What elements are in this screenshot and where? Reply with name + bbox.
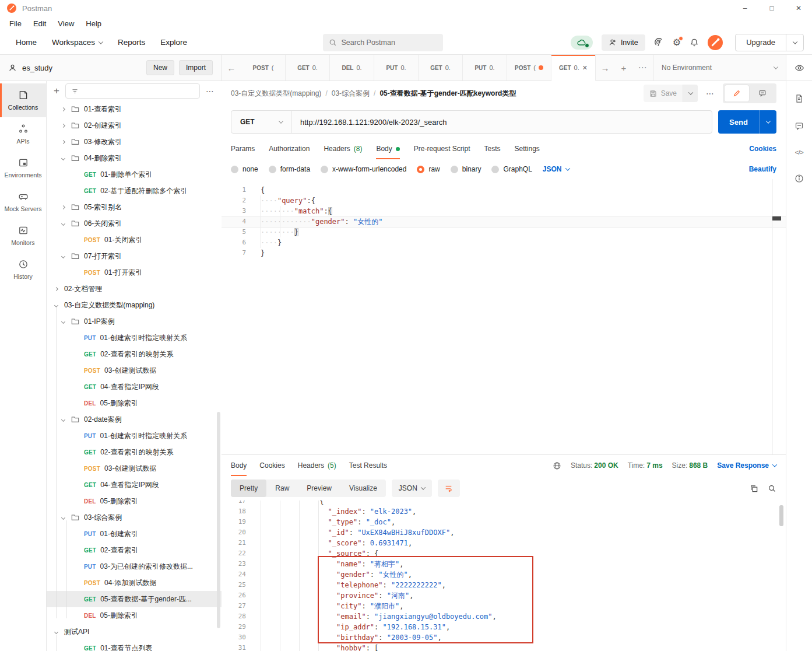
globe-icon[interactable] [553,461,561,470]
tree-scrollbar[interactable] [217,412,220,628]
filter-input[interactable] [65,83,200,99]
tree-chevron-icon[interactable] [61,319,65,323]
tree-row[interactable]: 04-删除索引 [47,150,222,166]
response-view-tab[interactable]: Raw [266,480,298,497]
nav-item[interactable]: Reports [110,34,153,50]
breadcrumb-part[interactable]: 03-自定义数据类型(mapping) [231,89,321,99]
invite-button[interactable]: Invite [602,34,645,51]
tree-row[interactable]: 03-综合案例 [47,509,222,526]
tree-more-icon[interactable]: ⋯ [206,86,215,96]
tree-row[interactable]: GET 05-查看数据-基于gender-匹... [47,591,222,607]
tree-chevron-icon[interactable] [61,123,65,127]
request-subtab[interactable]: Params [231,138,255,159]
tree-row[interactable]: 02-文档管理 [47,281,222,297]
response-tab[interactable]: Headers (5) [298,455,336,476]
upgrade-button[interactable]: Upgrade [736,34,786,51]
tree-row[interactable]: 03-自定义数据类型(mapping) [47,297,222,313]
tree-row[interactable]: 02-date案例 [47,411,222,428]
sidebar-item-apis[interactable]: APIs [0,117,46,151]
menu-item[interactable]: Help [80,19,107,28]
code-snippet-icon[interactable]: </> [795,149,803,156]
request-title[interactable]: 05-查看数据-基于gender-匹配keyword类型 [379,89,516,99]
edit-pencil-button[interactable] [725,85,749,102]
global-search-input[interactable]: Search Postman [323,34,443,51]
tree-row[interactable]: 01-IP案例 [47,313,222,330]
tree-row[interactable]: POST 04-添加测试数据 [47,575,222,591]
request-tab[interactable]: DEL 0. ✕ [330,55,374,80]
request-tab[interactable]: GET 0. ✕ [286,55,330,80]
cookies-link[interactable]: Cookies [749,145,776,153]
tree-row[interactable]: GET 02-查看索引的映射关系 [47,444,222,460]
response-view-tab[interactable]: Pretty [231,480,266,497]
request-tab[interactable]: GET 0. ✕ [551,55,596,81]
tree-row[interactable]: PUT 01-创建索引 [47,526,222,542]
tree-chevron-icon[interactable] [61,417,65,421]
nav-item[interactable]: Workspaces [44,34,110,50]
tree-row[interactable]: PUT 01-创建索引时指定映射关系 [47,330,222,346]
tree-row[interactable]: GET 01-查看节点列表 [47,640,222,651]
tabs-back-icon[interactable]: ← [222,55,241,80]
request-subtab[interactable]: Headers (8) [324,138,362,159]
tabs-more-icon[interactable]: ⋯ [633,55,652,80]
response-view-tab[interactable]: Visualize [340,480,386,497]
notifications-bell-icon[interactable] [690,38,699,47]
tree-row[interactable]: POST 01-打开索引 [47,264,222,281]
tree-chevron-icon[interactable] [61,205,65,209]
send-options-chevron[interactable] [759,110,776,134]
request-tab[interactable]: PUT 0. ✕ [374,55,419,80]
request-subtab[interactable]: Pre-request Script [414,138,470,159]
tree-row[interactable]: 01-查看索引 [47,101,222,117]
tree-row[interactable]: 测试API [47,624,222,640]
response-view-tab[interactable]: Preview [298,480,340,497]
tree-row[interactable]: GET 02-查看索引 [47,542,222,558]
close-window-button[interactable]: ✕ [785,0,812,16]
response-tab[interactable]: Body [231,455,247,476]
minimize-button[interactable]: – [732,0,758,16]
response-format-select[interactable]: JSON [392,480,432,497]
request-subtab[interactable]: Body [376,138,399,159]
request-subtab[interactable]: Settings [515,138,540,159]
save-options-chevron[interactable] [683,85,698,102]
environment-quick-look[interactable] [786,55,812,81]
sync-status-button[interactable] [571,36,593,50]
request-tab[interactable]: PUT 0. ✕ [463,55,507,80]
tree-chevron-icon[interactable] [61,107,65,111]
body-type-radio[interactable]: binary [451,165,481,173]
tree-row[interactable]: GET 04-查看指定IP网段 [47,477,222,493]
sidebar-item-collections[interactable]: Collections [0,83,46,117]
response-body-viewer[interactable]: 17 {18 "_index": "elk-2023",19 "_type": … [222,501,786,651]
sidebar-item-history[interactable]: History [0,253,46,286]
request-tab[interactable]: POST ( ✕ [241,55,286,80]
nav-item[interactable]: Explore [153,34,195,50]
add-item-icon[interactable]: + [54,85,59,97]
new-button[interactable]: New [146,60,174,75]
response-tab[interactable]: Cookies [259,455,284,476]
response-scrollbar-thumb[interactable] [779,505,783,526]
sidebar-item-mock-servers[interactable]: Mock Servers [0,185,46,219]
workspace-name[interactable]: es_study [22,64,52,72]
request-subtab[interactable]: Tests [484,138,500,159]
tree-row[interactable]: 05-索引别名 [47,199,222,215]
comments-panel-icon[interactable] [795,121,804,131]
tree-chevron-icon[interactable] [61,221,65,225]
comments-button[interactable] [750,85,775,102]
maximize-button[interactable]: □ [758,0,785,16]
save-response-button[interactable]: Save Response [717,461,776,470]
request-more-icon[interactable]: ⋯ [706,89,715,98]
close-tab-icon[interactable]: ✕ [582,64,588,72]
tree-row[interactable]: POST 03-创建测试数据 [47,362,222,379]
tree-row[interactable]: GET 01-删除单个索引 [47,166,222,183]
beautify-link[interactable]: Beautify [749,165,776,173]
request-body-editor[interactable]: 1{2····"query":{3········"match":{4·····… [222,179,786,454]
signal-icon[interactable] [654,37,664,47]
tree-chevron-icon[interactable] [61,515,65,519]
info-icon[interactable] [795,174,804,183]
postman-account-logo[interactable] [708,35,723,50]
url-input[interactable]: http://192.168.1.121:9200/elk-2023/_sear… [292,118,455,127]
tree-row[interactable]: GET 02-基于通配符删除多个索引 [47,183,222,199]
tree-row[interactable]: 03-修改索引 [47,134,222,150]
request-subtab[interactable]: Authorization [269,138,310,159]
body-type-radio[interactable]: GraphQL [491,165,532,173]
tree-chevron-icon[interactable] [54,303,58,307]
nav-item[interactable]: Home [8,34,44,50]
